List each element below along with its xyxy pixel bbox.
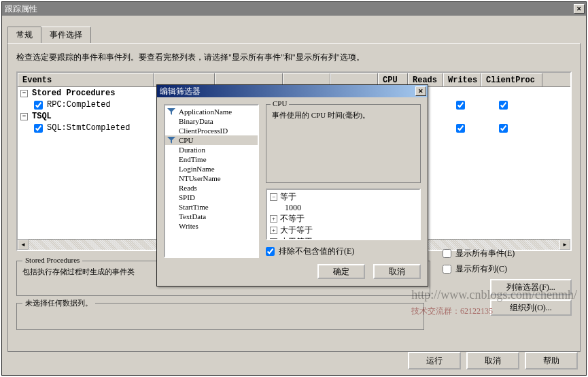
check-rpc[interactable] bbox=[34, 101, 43, 110]
filter-item-cpu[interactable]: CPU bbox=[165, 135, 258, 145]
filter-item-writes[interactable]: Writes bbox=[165, 221, 258, 231]
nodatacol-label: 未选择任何数据列。 bbox=[22, 298, 95, 308]
scroll-left-icon[interactable]: ◄ bbox=[18, 240, 29, 250]
col-writes[interactable]: Writes bbox=[443, 73, 481, 86]
organize-cols-button[interactable]: 组织列(O)... bbox=[490, 299, 572, 316]
window-title: 跟踪属性 bbox=[5, 3, 37, 15]
filter-item-starttime[interactable]: StartTime bbox=[165, 202, 258, 212]
show-all-events-label[interactable]: 显示所有事件(E) bbox=[443, 248, 572, 259]
cpu-description-box: CPU 事件使用的 CPU 时间(毫秒)。 bbox=[266, 104, 421, 183]
dialog-cancel-button[interactable]: 取消 bbox=[373, 264, 421, 279]
chk-rpc-writes[interactable] bbox=[456, 101, 465, 110]
dialog-titlebar: 编辑筛选器 ✕ bbox=[157, 85, 428, 97]
expander-icon[interactable]: − bbox=[20, 90, 28, 97]
show-all-cols-label[interactable]: 显示所有列(C) bbox=[443, 263, 572, 275]
instruction-text: 检查选定要跟踪的事件和事件列。要查看完整列表，请选择"显示所有事件"和"显示所有… bbox=[16, 52, 572, 63]
category-sp-label: Stored Procedures bbox=[32, 88, 115, 98]
sp-group-title: Stored Procedures bbox=[22, 256, 82, 264]
chk-stmt-writes[interactable] bbox=[456, 124, 465, 133]
category-tsql-label: TSQL bbox=[32, 112, 52, 121]
col-events[interactable]: Events bbox=[18, 73, 154, 86]
close-button[interactable]: ✕ bbox=[574, 4, 585, 14]
filter-item-binarydata[interactable]: BinaryData bbox=[165, 116, 258, 126]
tree-eq[interactable]: −等于 bbox=[269, 191, 418, 203]
tree-eq-value[interactable]: 1000 bbox=[269, 203, 418, 213]
event-rpc-label: RPC:Completed bbox=[47, 100, 111, 110]
exclude-check[interactable] bbox=[266, 247, 275, 256]
help-button[interactable]: 帮助 bbox=[525, 352, 578, 370]
col-filters-button[interactable]: 列筛选器(F)... bbox=[490, 279, 572, 295]
operator-tree[interactable]: −等于 1000 +不等于 +大于等于 +小于等于 bbox=[266, 188, 421, 240]
dialog-ok-button[interactable]: 确定 bbox=[317, 264, 365, 279]
dialog-close-button[interactable]: ✕ bbox=[415, 86, 426, 96]
filter-item-clientprocessid[interactable]: ClientProcessID bbox=[165, 126, 258, 135]
chk-stmt-cp[interactable] bbox=[499, 124, 508, 133]
filter-item-spid[interactable]: SPID bbox=[165, 193, 258, 202]
titlebar: 跟踪属性 ✕ bbox=[2, 2, 586, 16]
cpu-group-title: CPU bbox=[271, 99, 289, 108]
show-all-cols-check[interactable] bbox=[443, 265, 451, 274]
tree-lte[interactable]: +小于等于 bbox=[269, 236, 418, 240]
tree-gte[interactable]: +大于等于 bbox=[269, 225, 418, 236]
filter-list[interactable]: ApplicationName BinaryData ClientProcess… bbox=[164, 104, 259, 258]
tab-strip: 常规 事件选择 bbox=[7, 27, 581, 43]
expander-icon[interactable]: − bbox=[20, 113, 28, 120]
filter-item-loginname[interactable]: LoginName bbox=[165, 164, 258, 174]
funnel-icon bbox=[167, 108, 175, 115]
expander-icon[interactable]: + bbox=[270, 215, 277, 223]
run-button[interactable]: 运行 bbox=[408, 352, 461, 370]
exclude-label: 排除不包含值的行(E) bbox=[279, 246, 354, 257]
tree-neq[interactable]: +不等于 bbox=[269, 213, 418, 225]
check-stmt[interactable] bbox=[34, 124, 43, 133]
expander-icon[interactable]: + bbox=[270, 227, 277, 234]
event-stmt-label: SQL:StmtCompleted bbox=[47, 123, 130, 133]
dialog-title: 编辑筛选器 bbox=[160, 86, 201, 97]
cpu-desc: 事件使用的 CPU 时间(毫秒)。 bbox=[272, 110, 415, 120]
col-clientproc[interactable]: ClientProc bbox=[481, 73, 542, 86]
tab-general[interactable]: 常规 bbox=[7, 27, 41, 43]
right-options: 显示所有事件(E) 显示所有列(C) 列筛选器(F)... 组织列(O)... bbox=[443, 248, 572, 316]
chk-rpc-cp[interactable] bbox=[499, 101, 508, 110]
bottom-buttons: 运行 取消 帮助 bbox=[408, 352, 578, 370]
filter-item-ntusername[interactable]: NTUserName bbox=[165, 174, 258, 183]
cancel-button[interactable]: 取消 bbox=[466, 352, 519, 370]
filter-item-textdata[interactable]: TextData bbox=[165, 212, 258, 221]
filter-item-endtime[interactable]: EndTime bbox=[165, 154, 258, 164]
filter-dialog: 编辑筛选器 ✕ ApplicationName BinaryData Clien… bbox=[156, 84, 428, 286]
funnel-icon bbox=[167, 137, 175, 144]
exclude-row: 排除不包含值的行(E) bbox=[266, 246, 421, 257]
filter-item-applicationname[interactable]: ApplicationName bbox=[165, 107, 258, 116]
filter-item-duration[interactable]: Duration bbox=[165, 145, 258, 154]
expander-icon[interactable]: − bbox=[270, 193, 277, 201]
show-all-events-check[interactable] bbox=[443, 249, 451, 258]
nodatacol-groupbox: 未选择任何数据列。 bbox=[16, 303, 424, 330]
filter-item-reads[interactable]: Reads bbox=[165, 183, 258, 193]
expander-icon[interactable]: + bbox=[270, 238, 277, 240]
tab-events[interactable]: 事件选择 bbox=[41, 27, 91, 43]
